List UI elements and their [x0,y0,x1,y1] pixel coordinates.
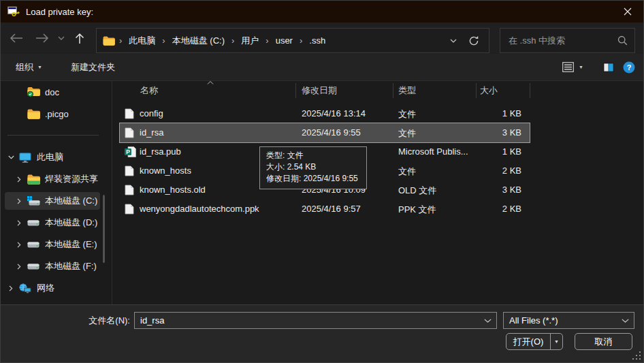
disk-icon [27,240,40,249]
new-folder-label: 新建文件夹 [71,61,115,74]
details-view-icon [562,62,574,72]
forward-icon [35,33,49,43]
chevron-down-icon[interactable] [6,155,16,159]
column-header-size[interactable]: 大小 [480,84,498,97]
load-private-key-dialog: Load private key: [0,0,644,363]
filename-input[interactable] [140,315,480,326]
file-type: 文件 [398,108,416,121]
sort-ascending-icon [207,81,214,84]
file-icon [125,185,134,195]
search-icon [617,35,628,46]
close-icon [624,7,632,16]
recent-locations-button[interactable] [51,28,71,48]
shared-folder-icon [27,174,40,185]
chevron-right-icon[interactable] [6,285,16,291]
forward-button[interactable] [32,28,52,48]
address-bar[interactable]: › 此电脑 › 本地磁盘 (C:) › 用户 › user › .ssh [96,28,489,53]
column-divider[interactable] [476,83,477,98]
organize-button[interactable]: 组织 ▼ [16,61,42,74]
file-size: 1 KB [453,146,521,157]
column-divider[interactable] [393,83,393,98]
column-divider[interactable] [295,83,296,98]
chevron-right-icon[interactable] [14,176,24,183]
close-button[interactable] [612,1,643,22]
address-dropdown-button[interactable] [445,32,462,50]
file-type: PPK 文件 [398,204,436,216]
tooltip-type-line: 类型: 文件 [266,150,360,161]
this-pc-icon [18,153,32,163]
file-name: known_hosts.old [140,185,206,195]
chevron-right-icon[interactable] [14,220,24,226]
filename-combobox[interactable] [134,312,497,329]
sidebar-item-this-pc[interactable]: 此电脑 [1,148,114,166]
sidebar-item-label: 本地磁盘 (D:) [45,217,97,229]
puttygen-key-icon [7,6,20,17]
chevron-down-icon[interactable] [484,319,492,323]
sidebar-item-doc[interactable]: doc [1,83,131,101]
file-name: id_rsa [140,127,163,138]
details-view-button[interactable] [562,62,574,72]
file-row-config[interactable]: config 2025/4/16 13:14 文件 1 KB [120,104,530,123]
up-button[interactable] [69,28,90,48]
preview-pane-button[interactable] [603,63,614,72]
chevron-right-icon[interactable] [14,198,24,204]
titlebar: Load private key: [1,1,643,22]
sidebar-item-picgo[interactable]: .picgo [1,105,131,123]
search-box[interactable] [500,28,635,53]
file-name: wenyongdadlautotechcom.ppk [140,204,259,214]
navigation-bar: › 此电脑 › 本地磁盘 (C:) › 用户 › user › .ssh [1,22,643,54]
file-name: id_rsa.pub [140,146,181,157]
file-icon [125,127,134,138]
breadcrumb-separator: › [230,35,236,46]
refresh-button[interactable] [465,32,483,50]
file-size: 3 KB [453,185,521,195]
file-name: known_hosts [140,165,191,176]
search-input[interactable] [507,35,617,46]
help-button[interactable]: ? [623,61,635,74]
breadcrumb-user[interactable]: user [273,35,295,46]
file-icon [125,165,134,176]
sidebar-scrollbar-thumb[interactable] [103,195,105,263]
tooltip-size-line: 大小: 2.54 KB [266,161,360,173]
chevron-right-icon[interactable] [14,242,24,248]
file-row-ppk[interactable]: wenyongdadlautotechcom.ppk 2025/4/16 9:5… [120,200,530,219]
filetype-combobox[interactable]: All Files (*.*) [503,312,634,329]
toolbar-right-group: ▼ ? [562,54,635,80]
open-button[interactable]: 打开(O) ▼ [506,333,563,350]
sidebar-item-label: 本地磁盘 (E:) [45,238,97,251]
resize-grip[interactable] [632,351,641,360]
new-folder-button[interactable]: 新建文件夹 [71,61,115,74]
sidebar-item-label: 本地磁盘 (C:) [45,195,97,207]
sidebar-item-shared-folder[interactable]: 焊装资源共享 [1,170,122,188]
column-header-type[interactable]: 类型 [398,84,416,97]
file-type: 文件 [398,127,416,140]
caret-down-icon: ▼ [37,65,42,69]
sidebar-item-network[interactable]: 网络 [1,279,114,297]
breadcrumb-ssh[interactable]: .ssh [306,35,328,46]
caret-down-icon: ▼ [579,65,583,69]
file-type: 文件 [398,165,416,178]
chevron-down-icon [58,36,65,40]
breadcrumb-separator: › [264,35,270,46]
breadcrumb-disk-c[interactable]: 本地磁盘 (C:) [170,35,227,47]
chevron-right-icon[interactable] [14,264,24,270]
synced-folder-icon [27,86,40,97]
column-header-date-modified[interactable]: 修改日期 [302,84,337,97]
command-toolbar: 组织 ▼ 新建文件夹 ▼ [1,54,643,81]
network-icon [18,283,32,294]
file-type: OLD 文件 [398,185,436,197]
refresh-icon [468,35,479,46]
caret-down-icon[interactable]: ▼ [551,339,562,344]
breadcrumb-this-pc[interactable]: 此电脑 [126,35,158,47]
cancel-button[interactable]: 取消 [575,333,632,350]
column-divider[interactable] [530,83,530,98]
back-button[interactable] [6,28,27,48]
sidebar-item-label: doc [45,87,59,97]
filename-label: 文件名(N): [28,312,130,329]
chevron-down-icon[interactable] [622,319,629,323]
file-size: 2 KB [453,165,521,176]
views-dropdown-button[interactable]: ▼ [579,65,583,69]
breadcrumb-users[interactable]: 用户 [238,35,261,47]
file-row-id-rsa[interactable]: id_rsa 2025/4/16 9:55 文件 3 KB [120,123,530,142]
column-header-name[interactable]: 名称 [140,84,158,97]
